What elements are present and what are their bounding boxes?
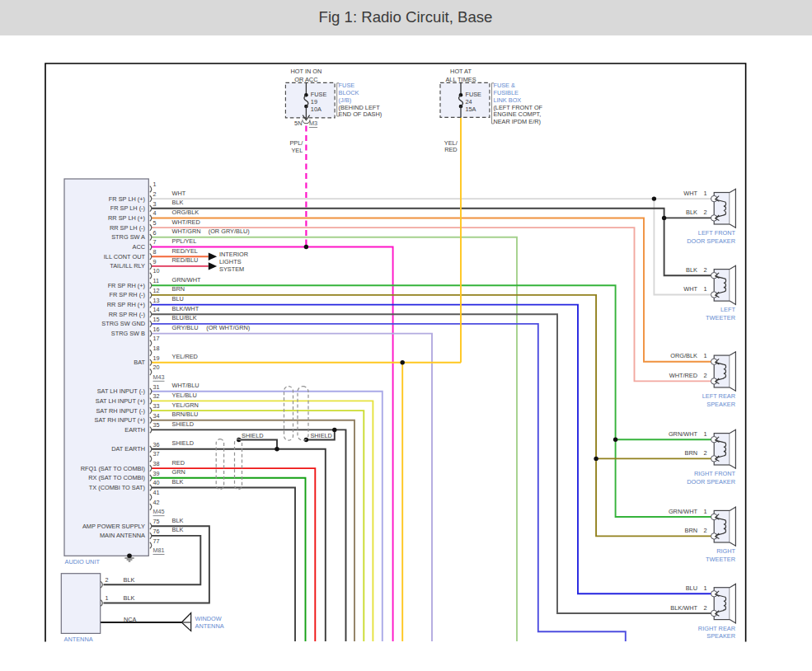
svg-text:77: 77 [153,537,160,545]
svg-text:BLK: BLK [172,526,184,533]
svg-text:PPL/: PPL/ [289,139,303,147]
svg-text:SAT RH INPUT (+): SAT RH INPUT (+) [95,416,145,424]
svg-text:TX (COMBI TO SAT): TX (COMBI TO SAT) [89,484,145,491]
svg-text:BLK: BLK [124,576,135,584]
svg-text:17: 17 [153,335,160,342]
svg-text:SHIELD: SHIELD [172,420,195,428]
svg-text:1: 1 [106,594,109,602]
svg-text:FUSE &: FUSE & [493,82,515,89]
svg-text:HOT IN ON: HOT IN ON [290,68,322,75]
svg-text:LEFT FRONT: LEFT FRONT [698,229,736,237]
svg-text:RED: RED [172,459,185,467]
svg-text:DOOR SPEAKER: DOOR SPEAKER [687,237,735,245]
svg-text:RIGHT FRONT: RIGHT FRONT [694,470,736,477]
svg-text:BLU: BLU [686,584,697,592]
svg-text:10: 10 [153,267,160,274]
svg-text:20: 20 [153,364,160,371]
svg-text:32: 32 [153,392,160,400]
svg-text:4: 4 [153,209,157,217]
svg-text:2: 2 [153,190,157,198]
svg-text:11: 11 [153,277,159,284]
svg-text:WHT/BLU: WHT/BLU [172,382,199,389]
svg-text:BLK: BLK [172,478,184,486]
svg-text:BLK/WHT: BLK/WHT [670,604,697,612]
svg-text:38: 38 [153,460,160,467]
svg-text:7: 7 [153,238,157,246]
svg-text:M43: M43 [153,373,165,381]
svg-text:WHT/RED: WHT/RED [669,372,697,379]
svg-text:RED/BLU: RED/BLU [172,256,199,264]
svg-text:GRY/BLU: GRY/BLU [172,324,199,331]
svg-text:M81: M81 [153,547,165,554]
svg-text:ORG/BLK: ORG/BLK [172,209,199,216]
svg-text:YEL/RED: YEL/RED [172,353,198,360]
svg-text:BLU: BLU [172,295,184,303]
svg-text:RR SP LH (+): RR SP LH (+) [108,214,145,222]
svg-text:1: 1 [153,181,157,188]
svg-text:WHT: WHT [683,190,697,197]
svg-text:WINDOW: WINDOW [195,615,222,622]
svg-text:19: 19 [311,98,317,106]
svg-text:LINK BOX: LINK BOX [493,96,521,104]
svg-text:SPEAKER: SPEAKER [706,401,735,408]
svg-text:FR SP LH (-): FR SP LH (-) [110,204,145,212]
svg-text:(J/B): (J/B) [339,96,352,104]
svg-text:NCA: NCA [124,616,137,623]
svg-text:DAT EARTH: DAT EARTH [111,445,145,453]
svg-text:RIGHT REAR: RIGHT REAR [698,625,735,632]
svg-text:BLK: BLK [686,266,697,274]
svg-text:FR SP LH (+): FR SP LH (+) [109,195,145,203]
svg-text:GRN/WHT: GRN/WHT [669,508,698,515]
svg-text:ANTENNA: ANTENNA [64,636,93,643]
svg-text:ILL CONT OUT: ILL CONT OUT [104,253,146,260]
svg-text:(OR GRY/BLU): (OR GRY/BLU) [209,228,250,235]
svg-text:RFQ1 (SAT TO COMBI): RFQ1 (SAT TO COMBI) [81,465,145,472]
svg-text:BLOCK: BLOCK [339,89,359,96]
svg-text:RIGHT: RIGHT [716,547,735,555]
svg-text:RX (SAT TO COMBI): RX (SAT TO COMBI) [88,474,145,481]
svg-text:INTERIOR: INTERIOR [219,251,248,258]
svg-text:40: 40 [153,479,160,486]
svg-text:BRN: BRN [172,285,185,293]
svg-text:STRG SW A: STRG SW A [111,233,145,241]
svg-text:1: 1 [704,190,707,197]
svg-text:BLK: BLK [686,209,697,216]
svg-text:BRN/BLU: BRN/BLU [172,411,199,418]
svg-text:LEFT REAR: LEFT REAR [702,392,735,400]
svg-text:2: 2 [106,576,109,584]
svg-text:WHT/GRN: WHT/GRN [172,228,201,235]
svg-text:BLK: BLK [124,594,135,602]
svg-text:12: 12 [153,287,160,294]
svg-text:GRN/WHT: GRN/WHT [172,276,202,284]
svg-text:2: 2 [704,209,707,216]
svg-text:31: 31 [153,383,160,391]
svg-text:BAT: BAT [134,359,145,366]
svg-text:1: 1 [704,584,707,592]
svg-text:FUSE: FUSE [339,82,355,89]
svg-text:FR SP RH (+): FR SP RH (+) [108,282,145,289]
svg-text:FUSE: FUSE [311,91,327,98]
svg-text:15A: 15A [465,106,476,113]
svg-text:SYSTEM: SYSTEM [219,265,244,273]
svg-text:ALL TIMES: ALL TIMES [445,76,476,83]
svg-text:2: 2 [704,372,707,379]
svg-text:SAT RH INPUT (-): SAT RH INPUT (-) [96,407,145,415]
svg-text:AMP POWER SUPPLY: AMP POWER SUPPLY [82,523,145,530]
svg-text:YEL/GRN: YEL/GRN [172,401,199,409]
svg-text:M45: M45 [153,508,165,515]
svg-text:SHIELD: SHIELD [172,439,195,447]
svg-text:15: 15 [153,316,160,323]
svg-text:BLK/WHT: BLK/WHT [172,305,199,312]
svg-text:END OF DASH): END OF DASH) [339,110,383,118]
svg-text:5N: 5N [294,120,302,127]
svg-text:37: 37 [153,450,160,458]
svg-text:34: 34 [153,412,160,420]
svg-text:YEL: YEL [291,147,303,154]
svg-text:76: 76 [153,528,160,535]
svg-text:TWEETER: TWEETER [706,556,735,563]
svg-text:33: 33 [153,402,160,410]
svg-text:24: 24 [465,98,472,106]
svg-text:RED: RED [444,146,458,153]
svg-text:39: 39 [153,470,160,477]
svg-text:AUDIO UNIT: AUDIO UNIT [65,558,101,565]
